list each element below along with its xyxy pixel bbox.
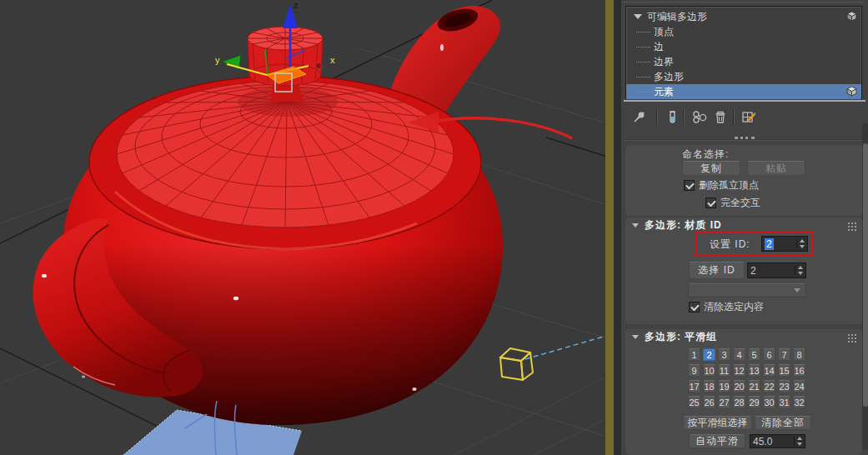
stack-item-edge[interactable]: 边 [626,39,861,54]
remove-modifier-icon[interactable] [713,109,729,128]
smoothing-group-button-30[interactable]: 30 [763,396,775,408]
gizmo-x-endpoint[interactable] [315,62,322,69]
tree-guide [636,62,650,62]
smoothing-group-button-27[interactable]: 27 [718,396,730,408]
teapot-lid[interactable] [117,81,454,228]
section-divider [623,139,865,140]
show-end-result-icon[interactable] [665,109,680,128]
clear-all-button[interactable]: 清除全部 [755,416,811,430]
select-id-spinner[interactable]: 2 [747,262,806,278]
set-id-value: 2 [765,238,795,250]
smoothing-group-button-17[interactable]: 17 [688,380,700,392]
rollout-collapse-icon[interactable] [632,223,639,228]
tree-guide [636,32,650,32]
smoothing-group-button-23[interactable]: 23 [778,380,790,392]
smoothing-group-button-3[interactable]: 3 [718,348,730,361]
threshold-value: 45.0 [753,436,792,448]
auto-smooth-button[interactable]: 自动平滑 [689,434,745,448]
configure-modifier-sets-icon[interactable] [740,109,757,128]
stack-item-label: 多边形 [654,69,684,84]
rollout-title: 多边形: 平滑组 [645,330,717,344]
pin-stack-icon[interactable] [631,109,647,128]
smoothing-group-button-19[interactable]: 19 [718,380,730,392]
smoothing-group-button-11[interactable]: 11 [718,364,730,377]
toolbar-separator [733,109,735,125]
set-id-spinner[interactable]: 2 [761,236,808,252]
delete-isolated-vertices-checkbox[interactable] [684,180,695,191]
smoothing-group-button-13[interactable]: 13 [748,364,760,377]
stack-item-editable-poly[interactable]: 可编辑多边形 [626,9,861,24]
viewport[interactable]: z y x [0,0,618,455]
smoothing-groups-rollout-header[interactable]: 多边形: 平滑组 [625,329,862,345]
smoothing-group-button-28[interactable]: 28 [733,396,745,408]
smoothing-group-button-25[interactable]: 25 [688,396,700,408]
axis-label-x: x [330,55,335,65]
divider-grip-handle[interactable] [735,137,755,139]
smoothing-group-button-4[interactable]: 4 [733,348,745,361]
stack-toolbar [621,108,868,128]
stack-item-vertex[interactable]: 顶点 [626,24,861,39]
smoothing-group-button-31[interactable]: 31 [778,396,790,408]
spinner-arrows[interactable] [794,437,802,446]
smoothing-group-button-9[interactable]: 9 [688,364,700,377]
named-selection-title: 命名选择: [682,148,729,162]
smoothing-group-button-8[interactable]: 8 [793,348,805,361]
auto-smooth-threshold-spinner[interactable]: 45.0 [750,434,805,448]
modifier-stack[interactable]: 可编辑多边形 顶点 边 边界 多边形 [625,6,862,99]
smoothing-group-button-2[interactable]: 2 [703,348,715,361]
smoothing-group-button-16[interactable]: 16 [793,364,805,377]
smoothing-group-button-29[interactable]: 29 [748,396,760,408]
smoothing-group-grid: 1234567891011121314151617181920212223242… [688,348,813,412]
rollout-grip-icon[interactable] [847,222,856,231]
toolbar-separator [656,109,658,125]
smoothing-group-button-12[interactable]: 12 [733,364,745,377]
make-unique-icon[interactable] [691,109,710,128]
smoothing-group-button-5[interactable]: 5 [748,348,760,361]
stack-resize-splitter[interactable] [624,100,865,102]
stack-item-label: 元素 [654,84,674,99]
spinner-arrows[interactable] [796,239,805,248]
select-by-sg-button[interactable]: 按平滑组选择 [683,416,752,430]
checkbox-label: 完全交互 [720,196,760,210]
clear-selection-checkbox[interactable] [689,302,700,312]
stack-item-border[interactable]: 边界 [626,54,861,69]
smoothing-group-button-1[interactable]: 1 [688,348,700,361]
smoothing-group-button-6[interactable]: 6 [763,348,775,361]
rollout-grip-icon[interactable] [847,333,856,342]
paste-named-selection-button[interactable]: 粘贴 [747,161,805,176]
expand-arrow-icon[interactable] [634,14,642,19]
smoothing-group-button-20[interactable]: 20 [733,380,745,392]
smoothing-group-button-22[interactable]: 22 [763,380,775,392]
smoothing-group-button-26[interactable]: 26 [703,396,715,408]
rollout-collapse-icon[interactable] [632,335,639,339]
select-id-value: 2 [750,265,793,277]
smoothing-group-button-21[interactable]: 21 [748,380,760,392]
smoothing-group-button-14[interactable]: 14 [763,364,775,377]
stack-item-element[interactable]: 元素 [626,84,861,99]
full-interactivity-checkbox[interactable] [705,198,716,208]
smoothing-groups-rollout: 多边形: 平滑组 1234567891011121314151617181920… [625,329,862,455]
smoothing-group-button-18[interactable]: 18 [703,380,715,392]
axis-label-y: y [215,55,220,65]
material-name-dropdown[interactable] [688,283,806,298]
modifier-cube-icon[interactable] [846,86,857,101]
panel-scrollbar-thumb[interactable] [863,143,868,407]
select-id-button[interactable]: 选择 ID [689,262,745,279]
stack-item-label: 边界 [654,54,674,69]
command-panel: 可编辑多边形 顶点 边 边界 多边形 [618,0,868,455]
smoothing-group-button-10[interactable]: 10 [703,364,715,377]
tree-guide [636,47,650,48]
smoothing-group-button-7[interactable]: 7 [778,348,790,361]
stack-item-polygon[interactable]: 多边形 [626,69,861,84]
material-id-rollout: 多边形: 材质 ID 设置 ID: 2 选择 ID 2 清除选定内容 [625,218,862,324]
viewport-border [605,0,614,455]
spinner-arrows[interactable] [795,266,803,275]
material-id-rollout-header[interactable]: 多边形: 材质 ID [625,218,862,233]
smoothing-group-button-15[interactable]: 15 [778,364,790,377]
smoothing-group-button-32[interactable]: 32 [793,396,805,408]
smoothing-group-button-24[interactable]: 24 [793,380,805,392]
tree-guide [636,92,650,92]
checkbox-label: 删除孤立顶点 [699,178,759,192]
panel-scrollbar[interactable] [862,123,868,450]
copy-named-selection-button[interactable]: 复制 [682,161,740,176]
